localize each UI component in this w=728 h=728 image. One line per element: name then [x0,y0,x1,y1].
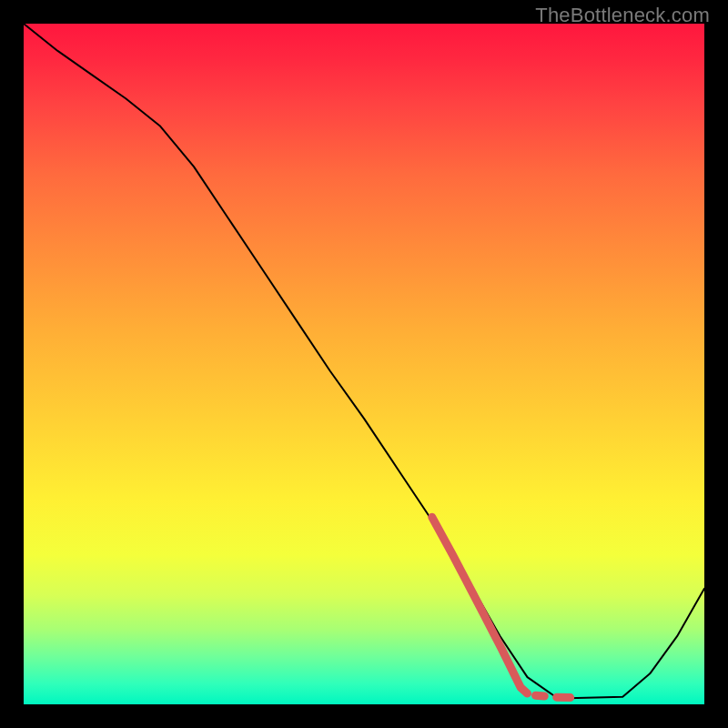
series-highlight-dot-1 [536,695,545,696]
plot-area [24,24,704,704]
chart-svg [24,24,704,704]
chart-frame: TheBottleneck.com [0,0,728,728]
series-highlight [432,517,528,693]
series-curve [24,24,704,698]
